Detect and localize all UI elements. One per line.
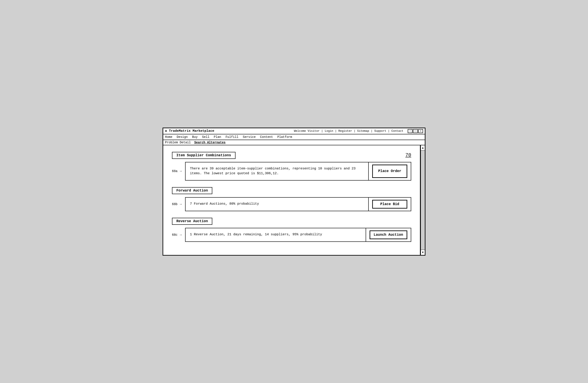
item-supplier-info-row: There are 39 acceptable item-supplier co… — [185, 162, 411, 181]
content-area: Item Supplier Combinations 70 68a There … — [163, 145, 425, 255]
application-window: a TradeMatrix Marketplace Welcome Visito… — [163, 128, 425, 256]
ref-label-68c: 68c — [172, 233, 185, 237]
breadcrumb-current: Search Alternates — [194, 141, 226, 144]
scroll-track — [421, 151, 425, 250]
nav-plan[interactable]: Plan — [214, 135, 221, 139]
reverse-auction-info-row: 1 Reverse Auction, 21 days remaining, 14… — [185, 228, 411, 242]
ref-label-68b: 68b — [172, 202, 185, 206]
nav-sell[interactable]: Sell — [202, 135, 210, 139]
nav-home[interactable]: Home — [165, 135, 172, 139]
nav-content[interactable]: Content — [260, 135, 273, 139]
reverse-auction-label: Reverse Auction — [172, 218, 212, 225]
close-button[interactable]: ✕ — [418, 129, 423, 133]
reverse-auction-header-row: Reverse Auction — [172, 218, 411, 225]
scrollbar: ▲ ▼ — [420, 145, 425, 255]
launch-auction-button[interactable]: Launch Auction — [370, 230, 407, 239]
breadcrumb-problem-detail[interactable]: Problem Detail — [165, 141, 191, 144]
forward-auction-header-row: Forward Auction — [172, 187, 411, 194]
forward-auction-description: 7 Forward Auctions, 80% probability — [186, 198, 369, 211]
scroll-up-button[interactable]: ▲ — [421, 145, 425, 151]
item-supplier-label: Item Supplier Combinations — [172, 152, 235, 159]
maximize-button[interactable]: □ — [413, 129, 418, 133]
main-content: Item Supplier Combinations 70 68a There … — [163, 145, 420, 255]
nav-platform[interactable]: Platform — [277, 135, 292, 139]
item-supplier-section: Item Supplier Combinations 70 68a There … — [172, 152, 411, 181]
navigation-bar: Home Design Buy Sell Plan Fulfill Servic… — [163, 134, 425, 140]
forward-auction-section: Forward Auction 68b 7 Forward Auctions, … — [172, 187, 411, 211]
item-supplier-header-row: Item Supplier Combinations 70 — [172, 152, 411, 159]
page-number: 70 — [405, 153, 411, 158]
nav-service[interactable]: Service — [243, 135, 256, 139]
forward-auction-info-row: 7 Forward Auctions, 80% probability Plac… — [185, 197, 411, 211]
title-bar: a TradeMatrix Marketplace Welcome Visito… — [163, 128, 425, 134]
reverse-auction-section: Reverse Auction 68c 1 Reverse Auction, 2… — [172, 218, 411, 242]
place-bid-button[interactable]: Place Bid — [372, 200, 407, 209]
breadcrumb: Problem Detail Search Alternates — [163, 140, 425, 145]
reverse-auction-description: 1 Reverse Auction, 21 days remaining, 14… — [186, 228, 366, 241]
place-order-button[interactable]: Place Order — [372, 165, 407, 178]
reverse-auction-row-container: 68c 1 Reverse Auction, 21 days remaining… — [172, 228, 411, 242]
nav-design[interactable]: Design — [177, 135, 188, 139]
window-controls: — □ ✕ — [408, 129, 423, 133]
forward-auction-label: Forward Auction — [172, 187, 212, 194]
app-title: a TradeMatrix Marketplace — [165, 129, 214, 133]
ref-label-68a: 68a — [172, 169, 185, 173]
nav-buy[interactable]: Buy — [192, 135, 198, 139]
scroll-down-button[interactable]: ▼ — [421, 250, 425, 255]
forward-auction-row-container: 68b 7 Forward Auctions, 80% probability … — [172, 197, 411, 211]
minimize-button[interactable]: — — [408, 129, 413, 133]
nav-fulfill[interactable]: Fulfill — [225, 135, 238, 139]
item-supplier-description: There are 39 acceptable item-supplier co… — [186, 162, 369, 180]
header-right-text: Welcome Visitor | Login | Register | Sit… — [294, 129, 403, 133]
item-supplier-row-container: 68a There are 39 acceptable item-supplie… — [172, 162, 411, 181]
